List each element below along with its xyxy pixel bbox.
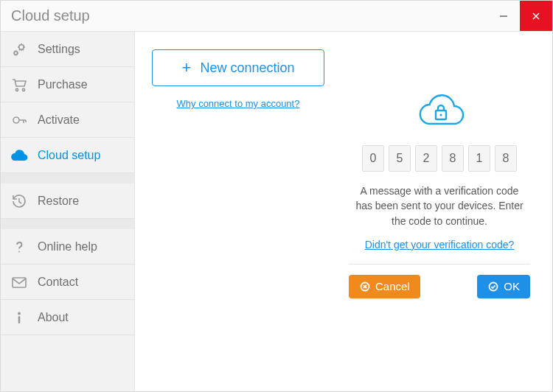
button-row: Cancel OK: [349, 275, 530, 298]
sidebar-divider: [1, 219, 134, 229]
verification-code-row: 0 5 2 8 1 8: [362, 145, 517, 172]
ok-button[interactable]: OK: [477, 275, 530, 298]
svg-point-10: [18, 312, 21, 315]
sidebar-item-activate[interactable]: Activate: [1, 102, 134, 138]
body: Settings Purchase Activate Cloud setup: [1, 32, 552, 391]
sidebar-item-label: Online help: [38, 240, 97, 253]
restore-icon: [10, 192, 29, 211]
minimize-icon: [499, 12, 508, 21]
window-controls: [487, 1, 552, 31]
code-cell[interactable]: 1: [468, 145, 490, 172]
cloud-lock-icon: [413, 91, 466, 130]
new-connection-button[interactable]: + New connection: [152, 49, 324, 86]
svg-point-5: [15, 88, 18, 91]
close-button[interactable]: [520, 1, 552, 31]
code-cell[interactable]: 8: [442, 145, 464, 172]
svg-rect-9: [13, 278, 26, 287]
key-icon: [10, 111, 29, 130]
close-icon: [532, 12, 540, 21]
main-area: + New connection Why connect to my accou…: [135, 32, 552, 391]
sidebar-item-label: Activate: [38, 113, 80, 127]
sidebar-item-label: Cloud setup: [38, 149, 100, 162]
svg-rect-11: [18, 316, 21, 323]
code-cell[interactable]: 8: [495, 145, 517, 172]
code-cell[interactable]: 2: [415, 145, 437, 172]
cancel-icon: [359, 281, 371, 293]
code-cell[interactable]: 5: [389, 145, 411, 172]
new-connection-label: New connection: [200, 60, 294, 76]
cloud-icon: [10, 146, 29, 165]
sidebar-item-purchase[interactable]: Purchase: [1, 67, 134, 102]
plus-icon: +: [182, 60, 192, 76]
sidebar-divider: [1, 173, 134, 183]
svg-point-7: [13, 117, 19, 123]
sidebar-item-label: Purchase: [38, 78, 88, 91]
sidebar-item-label: Settings: [38, 43, 80, 56]
svg-point-4: [14, 51, 17, 54]
why-connect-link[interactable]: Why connect to my account?: [177, 98, 300, 109]
cancel-button[interactable]: Cancel: [349, 275, 420, 298]
info-icon: [10, 308, 29, 327]
resend-code-link[interactable]: Didn't get your verification code?: [365, 239, 515, 251]
window-title: Cloud setup: [1, 7, 90, 24]
sidebar-item-label: Restore: [38, 195, 79, 208]
gear-icon: [10, 40, 29, 59]
minimize-button[interactable]: [487, 1, 520, 31]
cart-icon: [10, 75, 29, 94]
code-cell[interactable]: 0: [362, 145, 384, 172]
sidebar-item-label: Contact: [38, 276, 78, 289]
sidebar-item-online-help[interactable]: Online help: [1, 229, 134, 265]
ok-label: OK: [504, 280, 520, 293]
sidebar-item-restore[interactable]: Restore: [1, 183, 134, 219]
connections-pane: + New connection Why connect to my accou…: [135, 32, 341, 391]
svg-point-13: [439, 113, 442, 116]
svg-point-6: [22, 88, 24, 91]
cancel-label: Cancel: [375, 280, 410, 293]
app-window: Cloud setup Settings Purchase: [0, 0, 553, 392]
sidebar-item-contact[interactable]: Contact: [1, 265, 134, 300]
ok-icon: [487, 281, 499, 293]
sidebar-item-cloud-setup[interactable]: Cloud setup: [1, 138, 134, 173]
sidebar-item-about[interactable]: About: [1, 300, 134, 335]
sidebar: Settings Purchase Activate Cloud setup: [1, 32, 135, 391]
svg-point-8: [18, 251, 20, 252]
sidebar-item-label: About: [38, 311, 69, 324]
verification-pane: 0 5 2 8 1 8 A message with a verificatio…: [341, 32, 552, 391]
help-icon: [10, 237, 29, 256]
mail-icon: [10, 273, 29, 292]
divider: [349, 264, 530, 265]
sidebar-item-settings[interactable]: Settings: [1, 32, 134, 67]
verification-message: A message with a verification code has b…: [351, 183, 528, 228]
titlebar: Cloud setup: [1, 1, 552, 32]
